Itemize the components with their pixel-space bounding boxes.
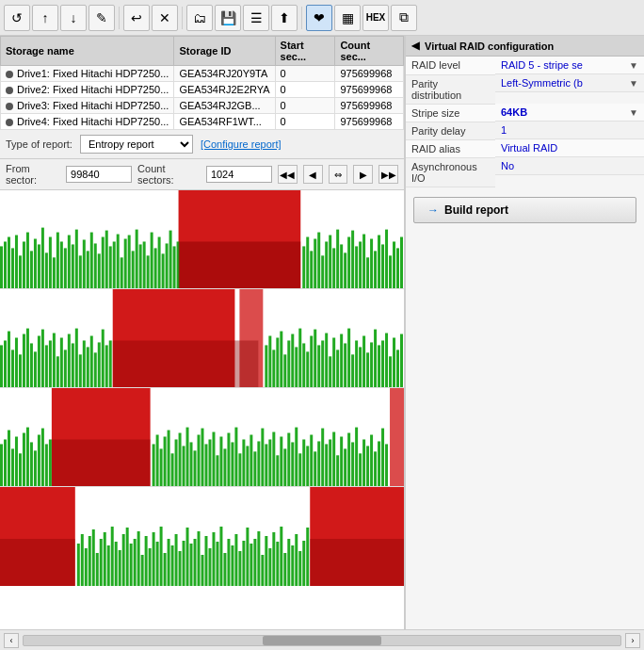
svg-rect-243 — [130, 544, 133, 586]
svg-rect-110 — [268, 336, 271, 387]
svg-rect-155 — [23, 433, 25, 486]
svg-rect-221 — [370, 435, 373, 486]
svg-rect-253 — [168, 539, 170, 586]
svg-rect-290 — [306, 528, 309, 586]
raid-value-cell[interactable]: RAID 5 - stripe se▼ — [495, 57, 644, 74]
table-row[interactable]: Drive4: Fixed Hitachi HDP7250... GEA534R… — [1, 114, 404, 130]
count-sectors-label: Count sectors: — [137, 163, 201, 186]
toolbar-undo-btn[interactable]: ↩ — [123, 5, 150, 31]
toolbar-down-btn[interactable]: ↓ — [60, 5, 87, 31]
nav-mid-btn[interactable]: ⇔ — [329, 165, 348, 184]
svg-rect-280 — [268, 548, 271, 586]
svg-rect-41 — [151, 233, 153, 288]
svg-rect-188 — [246, 446, 249, 486]
scroll-right-btn[interactable]: › — [625, 633, 640, 648]
svg-rect-10 — [34, 239, 37, 288]
toolbar-save-btn[interactable]: 💾 — [215, 5, 241, 31]
table-row[interactable]: Drive3: Fixed Hitachi HDP7250... GEA534R… — [1, 98, 404, 114]
raid-value-cell[interactable]: 64KB▼ — [495, 104, 644, 122]
from-sector-input[interactable] — [66, 166, 132, 183]
svg-rect-57 — [332, 248, 335, 288]
toolbar-up-btn[interactable]: ↑ — [32, 5, 58, 31]
toolbar-heartbeat-btn[interactable]: ❤ — [306, 5, 332, 31]
svg-rect-29 — [105, 231, 108, 288]
toolbar-hex-btn[interactable]: HEX — [362, 5, 389, 31]
svg-rect-33 — [121, 257, 123, 288]
scrollbar-thumb[interactable] — [263, 636, 382, 645]
toolbar-grid-btn[interactable]: ▦ — [334, 5, 361, 31]
drive-count-cell: 975699968 — [335, 66, 404, 82]
svg-rect-248 — [149, 548, 152, 586]
svg-rect-80 — [4, 340, 7, 387]
toolbar-copy-btn[interactable]: ⧉ — [391, 5, 417, 31]
toolbar-export-btn[interactable]: ⬆ — [271, 5, 298, 31]
svg-rect-257 — [183, 541, 185, 586]
table-row[interactable]: Drive1: Fixed Hitachi HDP7250... GEA534R… — [1, 66, 404, 82]
report-type-select[interactable]: Entropy report — [80, 135, 193, 154]
svg-rect-218 — [359, 453, 362, 486]
svg-rect-36 — [132, 251, 135, 288]
drive-start-cell: 0 — [275, 82, 335, 98]
svg-rect-94 — [56, 356, 59, 387]
svg-rect-163 — [153, 444, 155, 486]
panel-collapse-icon[interactable]: ◀ — [411, 40, 419, 52]
svg-rect-113 — [280, 332, 282, 387]
raid-label-cell: RAID level — [406, 57, 495, 74]
svg-rect-68 — [374, 251, 377, 288]
svg-rect-286 — [291, 545, 294, 586]
dropdown-arrow-icon[interactable]: ▼ — [629, 78, 638, 89]
svg-rect-187 — [242, 439, 245, 486]
build-report-button[interactable]: → Build report — [413, 197, 636, 223]
nav-prev-btn[interactable]: ◀ — [303, 165, 323, 184]
svg-rect-191 — [257, 441, 260, 486]
svg-rect-98 — [72, 343, 74, 387]
chart-area — [0, 190, 404, 629]
svg-rect-204 — [306, 446, 309, 486]
svg-rect-173 — [190, 442, 193, 486]
scrollbar-track[interactable] — [23, 635, 621, 646]
svg-rect-260 — [194, 539, 197, 586]
type-label: Type of report: — [6, 138, 72, 150]
raid-table: RAID level RAID 5 - stripe se▼ Parity di… — [406, 57, 644, 187]
dropdown-arrow-icon[interactable]: ▼ — [629, 60, 638, 71]
count-sectors-input[interactable] — [206, 166, 272, 183]
nav-next-btn[interactable]: ▶ — [353, 165, 373, 184]
svg-rect-179 — [212, 432, 215, 486]
svg-rect-131 — [347, 329, 350, 387]
table-row[interactable]: Drive2: Fixed Hitachi HDP7250... GEA534R… — [1, 82, 404, 98]
toolbar-cancel-btn[interactable]: ✕ — [152, 5, 178, 31]
toolbar-open-btn[interactable]: 🗂 — [186, 5, 213, 31]
svg-rect-219 — [362, 439, 365, 486]
svg-rect-287 — [295, 534, 298, 586]
svg-rect-178 — [208, 439, 211, 486]
toolbar-edit-btn[interactable]: ✎ — [89, 5, 115, 31]
svg-rect-251 — [160, 527, 163, 586]
toolbar-layers-btn[interactable]: ☰ — [243, 5, 269, 31]
raid-label-cell: Parity delay — [406, 122, 495, 139]
svg-rect-32 — [117, 235, 120, 288]
svg-rect-9 — [30, 251, 33, 288]
nav-first-btn[interactable]: ◀◀ — [278, 165, 298, 184]
scroll-left-btn[interactable]: ‹ — [4, 633, 19, 648]
toolbar-back-btn[interactable]: ↺ — [4, 5, 30, 31]
nav-last-btn[interactable]: ▶▶ — [378, 165, 398, 184]
svg-rect-124 — [321, 340, 324, 387]
svg-rect-20 — [72, 244, 74, 288]
svg-rect-282 — [276, 542, 279, 586]
dropdown-arrow-icon[interactable]: ▼ — [629, 107, 638, 118]
svg-rect-209 — [325, 444, 328, 486]
svg-rect-268 — [223, 553, 226, 586]
configure-report-link[interactable]: [Configure report] — [201, 138, 282, 150]
svg-rect-281 — [272, 532, 275, 586]
svg-rect-31 — [113, 241, 116, 288]
svg-rect-143 — [393, 338, 395, 387]
svg-rect-140 — [381, 340, 384, 387]
raid-label-cell: Parity distribution — [406, 74, 495, 104]
svg-rect-102 — [87, 347, 89, 387]
svg-rect-62 — [351, 231, 354, 288]
svg-rect-159 — [38, 435, 40, 486]
raid-value-cell[interactable]: Left-Symmetric (b▼ — [495, 74, 644, 92]
toolbar-sep-1 — [119, 7, 120, 29]
svg-rect-5 — [15, 236, 18, 288]
svg-rect-244 — [134, 539, 137, 586]
